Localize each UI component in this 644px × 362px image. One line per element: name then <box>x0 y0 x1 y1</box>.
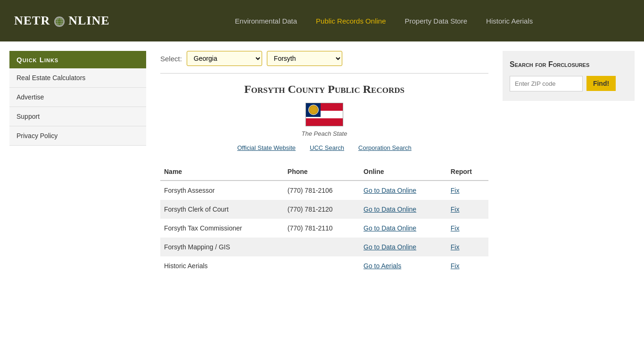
sidebar: Quick Links Real Estate Calculators Adve… <box>9 51 146 275</box>
sidebar-item-support[interactable]: Support <box>9 107 146 126</box>
col-online: Online <box>360 163 447 181</box>
record-phone: (770) 781-2120 <box>284 200 360 219</box>
go-to-data-link[interactable]: Go to Data Online <box>363 243 416 251</box>
record-name: Forsyth Tax Commissioner <box>160 219 284 238</box>
main-container: Quick Links Real Estate Calculators Adve… <box>0 41 644 285</box>
record-name: Forsyth Assessor <box>160 181 284 200</box>
globe-icon <box>54 16 65 27</box>
record-phone <box>284 238 360 256</box>
right-sidebar: Search for Forclosures Find! <box>503 51 635 275</box>
quick-links-heading: Quick Links <box>9 51 146 68</box>
find-button[interactable]: Find! <box>586 76 616 91</box>
flag-container <box>160 103 488 128</box>
go-to-data-link[interactable]: Go to Aerials <box>363 262 401 270</box>
record-phone: (770) 781-2110 <box>284 219 360 238</box>
fix-link[interactable]: Fix <box>451 187 460 194</box>
record-report-link[interactable]: Fix <box>447 200 488 219</box>
record-online-link[interactable]: Go to Data Online <box>360 219 447 238</box>
state-links: Official State Website UCC Search Corpor… <box>160 144 488 151</box>
official-state-link[interactable]: Official State Website <box>237 144 296 151</box>
state-select[interactable]: Georgia <box>187 51 262 66</box>
sidebar-item-advertise[interactable]: Advertise <box>9 88 146 107</box>
select-label: Select: <box>160 55 182 63</box>
nav-environmental[interactable]: Environmental Data <box>235 17 297 25</box>
fix-link[interactable]: Fix <box>451 224 460 232</box>
record-online-link[interactable]: Go to Aerials <box>360 256 447 275</box>
header: NETR NLINE Environmental Data Public Rec… <box>0 0 644 41</box>
logo[interactable]: NETR NLINE <box>14 14 110 28</box>
corporation-search-link[interactable]: Corporation Search <box>358 144 412 151</box>
table-row: Forsyth Assessor(770) 781-2106Go to Data… <box>160 181 488 200</box>
record-phone <box>284 256 360 275</box>
record-name: Forsyth Mapping / GIS <box>160 238 284 256</box>
record-report-link[interactable]: Fix <box>447 219 488 238</box>
table-row: Forsyth Mapping / GISGo to Data OnlineFi… <box>160 238 488 256</box>
record-report-link[interactable]: Fix <box>447 238 488 256</box>
foreclosure-box: Search for Forclosures Find! <box>503 51 635 101</box>
main-nav: Environmental Data Public Records Online… <box>138 17 630 25</box>
ucc-search-link[interactable]: UCC Search <box>310 144 344 151</box>
select-row: Select: Georgia Forsyth <box>160 51 488 74</box>
records-table: Name Phone Online Report Forsyth Assesso… <box>160 163 488 275</box>
fix-link[interactable]: Fix <box>451 206 460 213</box>
record-name: Historic Aerials <box>160 256 284 275</box>
nav-public-records[interactable]: Public Records Online <box>316 17 386 25</box>
record-report-link[interactable]: Fix <box>447 181 488 200</box>
col-report: Report <box>447 163 488 181</box>
fix-link[interactable]: Fix <box>451 262 460 270</box>
record-online-link[interactable]: Go to Data Online <box>360 181 447 200</box>
record-name: Forsyth Clerk of Court <box>160 200 284 219</box>
record-online-link[interactable]: Go to Data Online <box>360 200 447 219</box>
zip-input[interactable] <box>510 76 583 91</box>
go-to-data-link[interactable]: Go to Data Online <box>363 187 416 194</box>
go-to-data-link[interactable]: Go to Data Online <box>363 224 416 232</box>
state-flag <box>305 103 343 126</box>
nav-property-data[interactable]: Property Data Store <box>405 17 467 25</box>
record-report-link[interactable]: Fix <box>447 256 488 275</box>
go-to-data-link[interactable]: Go to Data Online <box>363 206 416 213</box>
record-online-link[interactable]: Go to Data Online <box>360 238 447 256</box>
main-content: Select: Georgia Forsyth Forsyth County P… <box>156 51 493 275</box>
table-row: Historic AerialsGo to AerialsFix <box>160 256 488 275</box>
col-phone: Phone <box>284 163 360 181</box>
nav-historic-aerials[interactable]: Historic Aerials <box>486 17 533 25</box>
county-select[interactable]: Forsyth <box>267 51 342 66</box>
sidebar-item-privacy[interactable]: Privacy Policy <box>9 126 146 146</box>
fix-link[interactable]: Fix <box>451 243 460 251</box>
col-name: Name <box>160 163 284 181</box>
foreclosure-form: Find! <box>510 76 627 91</box>
sidebar-item-real-estate[interactable]: Real Estate Calculators <box>9 68 146 88</box>
table-row: Forsyth Clerk of Court(770) 781-2120Go t… <box>160 200 488 219</box>
county-title: Forsyth County Public Records <box>160 83 488 96</box>
state-name: The Peach State <box>160 130 488 137</box>
record-phone: (770) 781-2106 <box>284 181 360 200</box>
foreclosure-title: Search for Forclosures <box>510 60 627 69</box>
table-row: Forsyth Tax Commissioner(770) 781-2110Go… <box>160 219 488 238</box>
